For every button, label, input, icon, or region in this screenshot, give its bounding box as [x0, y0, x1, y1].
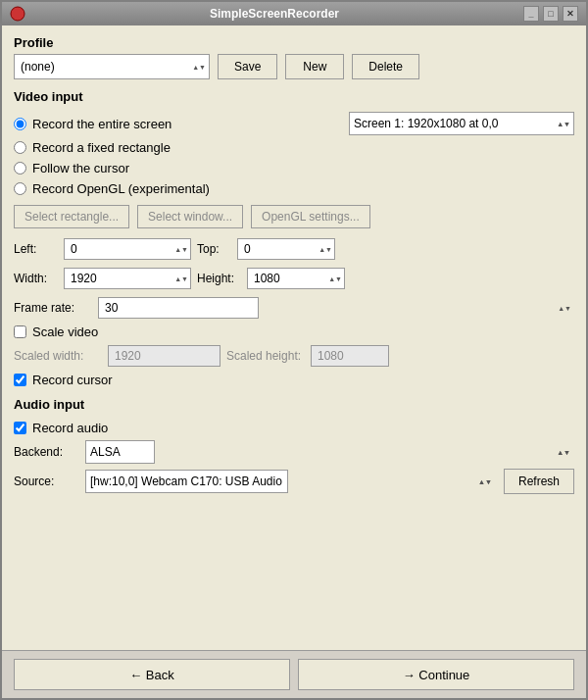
radio-opengl-label: Record OpenGL (experimental) [32, 181, 210, 196]
width-input[interactable] [64, 268, 191, 289]
backend-select-wrapper: ALSA PulseAudio ▲▼ [85, 440, 574, 464]
screen-select-wrapper: Screen 1: 1920x1080 at 0,0 ▲▼ [349, 112, 574, 135]
radio-entire-screen-input[interactable] [14, 118, 26, 130]
svg-point-0 [11, 7, 24, 21]
video-input-label: Video input [14, 89, 574, 104]
framerate-input-wrapper [98, 297, 574, 319]
top-input-wrapper [237, 238, 335, 260]
radio-fixed-rect-input[interactable] [14, 141, 26, 154]
framerate-row: Frame rate: [14, 297, 574, 319]
continue-button[interactable]: → Continue [298, 659, 574, 690]
radio-opengl-row: Record OpenGL (experimental) [14, 180, 574, 197]
select-rectangle-button[interactable]: Select rectangle... [14, 205, 129, 228]
record-cursor-checkbox[interactable] [14, 374, 26, 386]
scale-video-row: Scale video [14, 325, 574, 339]
scaled-dimensions-row: Scaled width: Scaled height: [14, 345, 574, 367]
scale-video-label: Scale video [32, 325, 98, 339]
video-input-section: Video input Record the entire screen Scr… [14, 89, 574, 387]
backend-row: Backend: ALSA PulseAudio ▲▼ [14, 440, 574, 464]
backend-select[interactable]: ALSA PulseAudio [85, 440, 155, 464]
select-window-button[interactable]: Select window... [137, 205, 243, 228]
framerate-label: Frame rate: [14, 301, 92, 315]
height-input-wrapper [247, 268, 345, 289]
framerate-input[interactable] [98, 297, 259, 319]
delete-button[interactable]: Delete [352, 54, 419, 79]
top-label: Top: [197, 242, 231, 256]
record-audio-checkbox[interactable] [14, 422, 26, 434]
audio-input-section: Audio input Record audio Backend: ALSA P… [14, 397, 574, 494]
width-input-wrapper [64, 268, 191, 289]
scaled-height-label: Scaled height: [226, 349, 305, 363]
scaled-width-label: Scaled width: [14, 349, 102, 363]
source-select-wrapper: [hw:10,0] Webcam C170: USB Audio ▲▼ [85, 470, 496, 493]
new-button[interactable]: New [285, 54, 344, 79]
radio-fixed-rect-row: Record a fixed rectangle [14, 139, 574, 156]
source-row: Source: [hw:10,0] Webcam C170: USB Audio… [14, 469, 574, 494]
rect-buttons-row: Select rectangle... Select window... Ope… [14, 205, 574, 228]
height-input[interactable] [247, 268, 345, 289]
profile-select-wrapper: (none) [14, 54, 210, 79]
radio-follow-cursor-input[interactable] [14, 162, 26, 175]
window-controls: _ □ ✕ [523, 6, 578, 22]
top-input[interactable] [237, 238, 335, 260]
left-input[interactable] [64, 238, 191, 260]
close-button[interactable]: ✕ [563, 6, 578, 22]
width-height-row: Width: Height: [14, 268, 574, 289]
minimize-button[interactable]: _ [523, 6, 539, 22]
window-title: SimpleScreenRecorder [25, 7, 523, 21]
profile-row: (none) Save New Delete [14, 54, 574, 79]
left-label: Left: [14, 242, 58, 256]
content-area: Profile (none) Save New Delete Video inp… [2, 25, 586, 650]
titlebar: SimpleScreenRecorder _ □ ✕ [2, 2, 586, 25]
radio-entire-screen-label: Record the entire screen [32, 117, 172, 131]
record-cursor-row: Record cursor [14, 373, 574, 387]
scaled-width-input[interactable] [108, 345, 220, 367]
radio-follow-cursor-row: Follow the cursor [14, 160, 574, 176]
source-label: Source: [14, 475, 77, 488]
record-entire-screen-row: Record the entire screen Screen 1: 1920x… [14, 112, 574, 135]
record-audio-label: Record audio [32, 421, 108, 435]
save-button[interactable]: Save [218, 54, 277, 79]
backend-label: Backend: [14, 445, 77, 459]
back-button[interactable]: ← Back [14, 659, 290, 690]
record-cursor-label: Record cursor [32, 373, 113, 387]
record-audio-row: Record audio [14, 421, 574, 435]
profile-select[interactable]: (none) [14, 54, 210, 79]
radio-entire-screen: Record the entire screen [14, 116, 172, 132]
profile-label: Profile [14, 35, 574, 50]
source-select[interactable]: [hw:10,0] Webcam C170: USB Audio [85, 470, 288, 493]
screen-select[interactable]: Screen 1: 1920x1080 at 0,0 [349, 112, 574, 135]
radio-opengl-input[interactable] [14, 182, 26, 195]
profile-section: Profile (none) Save New Delete [14, 35, 574, 83]
app-icon [10, 6, 25, 22]
scale-video-checkbox[interactable] [14, 325, 26, 338]
height-label: Height: [197, 272, 241, 285]
bottom-navigation: ← Back → Continue [2, 650, 586, 698]
maximize-button[interactable]: □ [543, 6, 559, 22]
refresh-button[interactable]: Refresh [504, 469, 574, 494]
opengl-settings-button[interactable]: OpenGL settings... [251, 205, 370, 228]
audio-input-label: Audio input [14, 397, 574, 412]
left-input-wrapper [64, 238, 191, 260]
left-top-row: Left: Top: [14, 238, 574, 260]
radio-fixed-rect-label: Record a fixed rectangle [32, 140, 171, 155]
radio-follow-cursor-label: Follow the cursor [32, 161, 129, 175]
width-label: Width: [14, 272, 58, 285]
main-window: SimpleScreenRecorder _ □ ✕ Profile (none… [0, 0, 588, 700]
scaled-height-input[interactable] [311, 345, 389, 367]
